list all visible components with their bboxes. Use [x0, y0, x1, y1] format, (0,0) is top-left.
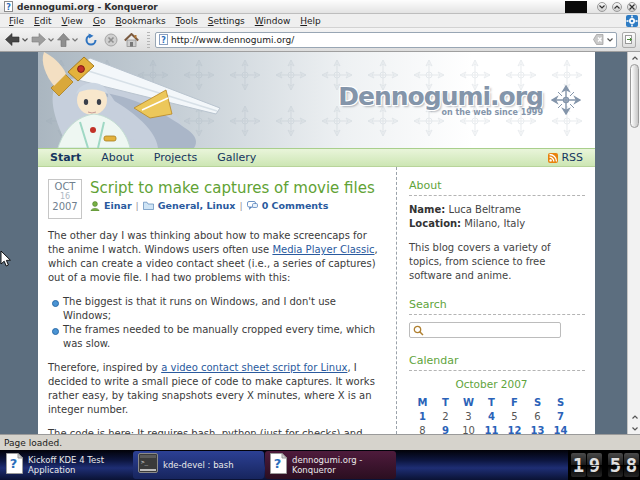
konqueror-window: ? dennogumi.org - Konqueror FileEditView…	[0, 0, 640, 480]
scroll-down-button[interactable]	[629, 423, 640, 434]
calendar-section: Calendar October 2007 MTWTFSS12345678910…	[409, 354, 585, 434]
site-logo[interactable]: Dennogumi.org	[338, 82, 543, 111]
clock-digit: 8	[624, 453, 639, 477]
comments-icon	[247, 201, 258, 211]
scroll-up-button[interactable]	[629, 52, 640, 63]
comments-link[interactable]: 0 Comments	[262, 200, 329, 211]
menu-item-tools[interactable]: Tools	[171, 16, 203, 26]
calendar-weekday: M	[411, 396, 434, 410]
calendar-day[interactable]: 1	[411, 410, 434, 424]
task-button[interactable]: ?Kickoff KDE 4 Test Application	[1, 451, 132, 479]
up-arrow-icon	[57, 33, 70, 47]
calendar-day[interactable]: 12	[503, 424, 526, 434]
stop-button[interactable]	[103, 30, 119, 50]
task-button[interactable]: ?dennogumi.org - Konqueror	[265, 451, 396, 479]
mouse-cursor	[0, 250, 11, 267]
url-input[interactable]	[171, 35, 590, 45]
menu-item-bookmarks[interactable]: Bookmarks	[110, 16, 170, 26]
post-paragraph: The other day I was thinking about how t…	[48, 229, 386, 285]
categories-link[interactable]: General, Linux	[158, 200, 236, 211]
post-paragraph: The code is here: It requires bash, pyth…	[48, 427, 386, 434]
nav-item-start[interactable]: Start	[50, 151, 81, 164]
post: OCT 16 2007 Script to make captures of m…	[38, 167, 396, 434]
forward-dropdown-button[interactable]	[48, 31, 55, 49]
url-bar[interactable]: ?	[155, 32, 617, 48]
clear-url-icon[interactable]	[593, 34, 604, 45]
compass-icon	[551, 85, 581, 115]
search-input[interactable]	[427, 325, 557, 335]
scrollbar-thumb[interactable]	[630, 64, 639, 128]
menu-item-go[interactable]: Go	[88, 16, 111, 26]
calendar-day: 5	[503, 410, 526, 424]
rss-icon	[548, 153, 558, 163]
svg-text:?: ?	[10, 456, 18, 471]
page-favicon-icon: ?	[159, 34, 168, 45]
forward-button[interactable]	[30, 30, 47, 50]
clock-digit: 1	[571, 453, 586, 477]
scroll-up-button-bottom[interactable]	[629, 411, 640, 422]
titlebar[interactable]: ? dennogumi.org - Konqueror	[0, 0, 640, 14]
meta-separator: |	[136, 200, 139, 211]
maximize-button[interactable]	[612, 2, 622, 12]
chevron-up-icon	[614, 5, 620, 9]
section-title-calendar: Calendar	[409, 354, 585, 371]
nav-item-about[interactable]: About	[101, 151, 134, 164]
svg-text:?: ?	[274, 456, 282, 471]
search-box[interactable]	[409, 322, 561, 338]
home-button[interactable]	[123, 30, 140, 50]
svg-text:?: ?	[161, 36, 166, 45]
location-row: Location: Milano, Italy	[409, 217, 585, 231]
contact-sheet-script-link[interactable]: a video contact sheet script for Linux	[161, 362, 347, 373]
calendar-day[interactable]: 9	[434, 424, 457, 434]
calendar-weekday: F	[503, 396, 526, 410]
media-player-classic-link[interactable]: Media Player Classic	[272, 244, 374, 255]
navigation-toolbar: ?	[0, 28, 640, 52]
nav-item-gallery[interactable]: Gallery	[217, 151, 256, 164]
calendar-day[interactable]: 14	[549, 424, 572, 434]
menu-item-settings[interactable]: Settings	[203, 16, 250, 26]
reload-icon	[84, 33, 98, 47]
kde-logo-icon[interactable]	[626, 15, 638, 27]
menu-item-view[interactable]: View	[57, 16, 88, 26]
name-value: Luca Beltrame	[449, 204, 521, 215]
toolbar-separator	[147, 32, 150, 48]
terminal-icon: >_	[138, 453, 158, 473]
back-button[interactable]	[4, 30, 21, 50]
vertical-scrollbar[interactable]	[627, 52, 640, 434]
calendar-weekday: T	[480, 396, 503, 410]
list-item: The frames needed to be manually cropped…	[52, 323, 386, 351]
post-date-year: 2007	[49, 201, 81, 212]
calendar-day[interactable]: 7	[549, 410, 572, 424]
calendar-day[interactable]: 4	[480, 410, 503, 424]
url-dropdown-icon[interactable]	[607, 38, 613, 42]
menu-item-edit[interactable]: Edit	[29, 16, 56, 26]
sidebar: About Name: Luca Beltrame Location: Mila…	[396, 167, 595, 434]
menu-item-help[interactable]: Help	[295, 16, 326, 26]
calendar-grid: MTWTFSS123456789101112131415161718192021…	[411, 396, 576, 434]
back-dropdown-button[interactable]	[22, 31, 29, 49]
close-icon	[629, 4, 635, 10]
menu-item-file[interactable]: File	[4, 16, 29, 26]
calendar-weekday: S	[549, 396, 572, 410]
calendar-day[interactable]: 11	[480, 424, 503, 434]
task-button[interactable]: >_kde-devel : bash	[133, 451, 264, 479]
menu-item-window[interactable]: Window	[250, 16, 296, 26]
clock-digit: 5	[608, 453, 623, 477]
rss-label[interactable]: RSS	[561, 151, 583, 164]
reload-button[interactable]	[83, 30, 99, 50]
post-date-month: OCT	[49, 181, 81, 192]
post-title[interactable]: Script to make captures of movie files	[90, 179, 375, 197]
up-button[interactable]	[56, 30, 71, 50]
go-button[interactable]	[622, 32, 636, 48]
taskbar: ?Kickoff KDE 4 Test Application>_kde-dev…	[0, 450, 640, 480]
close-button[interactable]	[627, 2, 637, 12]
rss-link[interactable]: RSS	[548, 151, 583, 164]
status-text: Page loaded.	[4, 438, 62, 448]
titlebar-black-box	[565, 1, 587, 13]
calendar-day[interactable]: 13	[526, 424, 549, 434]
author-link[interactable]: Einar	[104, 200, 132, 211]
minimize-button[interactable]	[597, 2, 607, 12]
calendar-day: 6	[526, 410, 549, 424]
nav-item-projects[interactable]: Projects	[154, 151, 197, 164]
up-dropdown-button[interactable]	[72, 31, 79, 49]
